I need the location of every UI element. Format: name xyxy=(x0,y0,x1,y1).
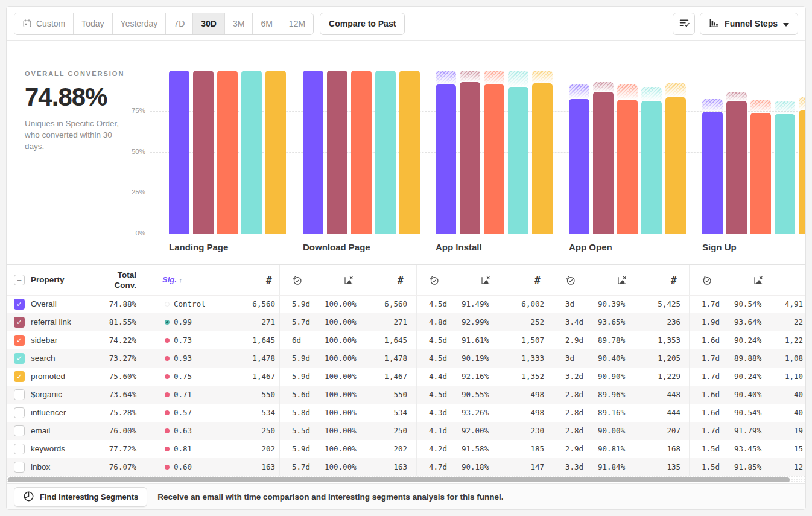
step-conversion-rate: 90.40% xyxy=(734,386,761,404)
time-to-convert-icon[interactable] xyxy=(565,275,576,287)
row-checkbox-overall[interactable]: ✓ xyxy=(14,299,25,310)
row-checkbox-inbox[interactable] xyxy=(14,462,25,473)
property-label: email xyxy=(31,422,50,440)
conversion-rate-icon[interactable] xyxy=(480,275,490,287)
bar-ghost-search-step5 xyxy=(775,101,795,114)
sig-column-header[interactable]: Sig. ↑ xyxy=(162,275,182,284)
bar-search-sign-up[interactable] xyxy=(775,114,795,234)
date-range-label: 12M xyxy=(289,19,305,28)
count-column-header[interactable]: # xyxy=(266,275,272,286)
bar-search-landing-page[interactable] xyxy=(241,71,262,234)
bar-sidebar-download-page[interactable] xyxy=(351,71,372,234)
step-time: 1.7d xyxy=(702,368,720,386)
step-count: 185 xyxy=(489,440,544,458)
find-interesting-segments-button[interactable]: Find Interesting Segments xyxy=(14,487,147,507)
bar-promoted-sign-up[interactable] xyxy=(799,110,805,234)
step-time: 5.9d xyxy=(292,368,310,386)
sig-dot-control xyxy=(165,302,170,307)
row-checkbox--organic[interactable] xyxy=(14,389,25,400)
date-range-30d[interactable]: 30D xyxy=(192,13,224,34)
bar-overall-download-page[interactable] xyxy=(303,71,323,234)
total-conv-line2: Conv. xyxy=(79,280,136,290)
bar-search-app-open[interactable] xyxy=(641,101,662,234)
sig-value: 0.63 xyxy=(174,422,192,440)
step-count: 498 xyxy=(489,386,544,404)
step-time: 4.5d xyxy=(429,295,447,313)
step-count: 147 xyxy=(489,458,544,476)
row-checkbox-search[interactable]: ✓ xyxy=(14,353,25,364)
conversion-rate-icon[interactable] xyxy=(753,275,763,287)
date-range-today[interactable]: Today xyxy=(73,13,112,34)
step-count: 6,002 xyxy=(489,295,544,313)
bar-overall-app-open[interactable] xyxy=(569,99,589,234)
row-checkbox-sidebar[interactable]: ✓ xyxy=(14,335,25,346)
step-count: 534 xyxy=(352,404,407,422)
bar-referral-link-landing-page[interactable] xyxy=(193,71,214,234)
find-interesting-segments-label: Find Interesting Segments xyxy=(40,492,138,502)
row-checkbox-influencer[interactable] xyxy=(14,407,25,418)
conversion-rate-icon[interactable] xyxy=(343,275,354,287)
date-range-custom[interactable]: Custom xyxy=(14,13,73,34)
filter-list-button[interactable] xyxy=(673,13,695,35)
compare-to-past-button[interactable]: Compare to Past xyxy=(320,13,405,35)
sig-value: Control xyxy=(174,295,206,313)
bar-promoted-app-open[interactable] xyxy=(665,97,686,234)
step-count: 19 xyxy=(761,422,803,440)
bar-search-app-install[interactable] xyxy=(508,87,528,234)
step-conversion-rate: 93.26% xyxy=(462,404,489,422)
row-checkbox-keywords[interactable] xyxy=(14,444,25,454)
date-range-3m[interactable]: 3M xyxy=(224,13,252,34)
step-conversion-rate: 90.40% xyxy=(598,349,625,368)
bar-chart-icon xyxy=(709,18,719,30)
count-column-header[interactable]: # xyxy=(398,275,404,286)
footer: Find Interesting Segments Receive an ema… xyxy=(7,484,805,510)
property-column-header[interactable]: Property xyxy=(31,275,65,284)
bar-sidebar-sign-up[interactable] xyxy=(750,113,771,234)
step-count: 1,645 xyxy=(206,331,275,349)
bar-overall-sign-up[interactable] xyxy=(702,112,723,234)
conversion-rate-icon[interactable] xyxy=(617,275,627,287)
select-all-checkbox[interactable]: − xyxy=(14,275,25,285)
step-count: 168 xyxy=(625,440,680,458)
count-column-header[interactable]: # xyxy=(671,275,677,286)
bar-referral-link-app-open[interactable] xyxy=(593,92,614,234)
row-checkbox-promoted[interactable]: ✓ xyxy=(14,371,25,382)
bar-referral-link-app-install[interactable] xyxy=(460,82,480,234)
step-count: 1,507 xyxy=(489,331,544,349)
scrollbar-thumb[interactable] xyxy=(8,477,790,482)
bar-sidebar-app-open[interactable] xyxy=(617,100,638,234)
time-to-convert-icon[interactable] xyxy=(292,275,302,287)
row-checkbox-referral-link[interactable]: ✓ xyxy=(14,317,25,328)
sig-dot-low xyxy=(165,410,170,415)
funnel-steps-dropdown[interactable]: Funnel Steps xyxy=(700,13,798,35)
date-range-yesterday[interactable]: Yesterday xyxy=(112,13,166,34)
row-checkbox-email[interactable] xyxy=(14,425,25,436)
count-column-header[interactable]: # xyxy=(534,275,541,286)
sig-value: 0.93 xyxy=(174,349,192,368)
time-to-convert-icon[interactable] xyxy=(702,275,712,287)
bar-referral-link-download-page[interactable] xyxy=(327,71,347,234)
bar-overall-app-install[interactable] xyxy=(436,84,456,234)
date-range-label: 30D xyxy=(201,19,217,28)
sig-value: 0.71 xyxy=(174,386,192,404)
time-to-convert-icon[interactable] xyxy=(429,275,439,287)
date-range-7d[interactable]: 7D xyxy=(165,13,192,34)
step-conversion-rate: 92.00% xyxy=(462,422,489,440)
date-range-12m[interactable]: 12M xyxy=(281,13,313,34)
bar-promoted-landing-page[interactable] xyxy=(265,71,286,234)
bar-overall-landing-page[interactable] xyxy=(169,71,189,234)
bar-sidebar-landing-page[interactable] xyxy=(217,71,238,234)
date-range-6m[interactable]: 6M xyxy=(252,13,280,34)
bar-promoted-download-page[interactable] xyxy=(399,71,420,234)
bar-search-download-page[interactable] xyxy=(375,71,396,234)
bar-ghost-referral-link-step5 xyxy=(726,92,747,101)
total-conv-value: 76.07% xyxy=(79,458,136,476)
bar-promoted-app-install[interactable] xyxy=(532,83,553,234)
step-time: 3.2d xyxy=(565,368,583,386)
total-conv-column-header[interactable]: TotalConv. xyxy=(79,270,136,290)
bar-referral-link-sign-up[interactable] xyxy=(726,101,747,234)
total-conv-value: 81.55% xyxy=(79,313,136,331)
bar-sidebar-app-install[interactable] xyxy=(484,84,504,234)
step-count: 448 xyxy=(625,386,680,404)
horizontal-scrollbar[interactable] xyxy=(7,476,805,484)
